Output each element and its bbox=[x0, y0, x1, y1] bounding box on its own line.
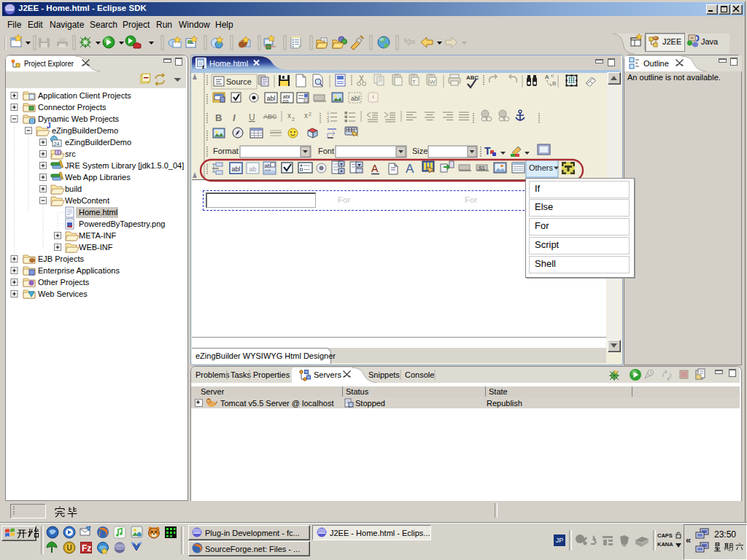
svg-text:Snippets: Snippets bbox=[368, 370, 400, 379]
svg-text:WebContent: WebContent bbox=[65, 196, 109, 205]
svg-text:PoweredByTapestry.png: PoweredByTapestry.png bbox=[79, 219, 165, 228]
svg-text:ABC: ABC bbox=[263, 113, 277, 120]
svg-text:Home.html: Home.html bbox=[79, 208, 117, 217]
svg-text:Home.html: Home.html bbox=[209, 59, 248, 68]
svg-text:abl: abl bbox=[267, 95, 276, 102]
svg-text:eZingBuilderDemo: eZingBuilderDemo bbox=[52, 126, 118, 135]
svg-text:Project Explorer: Project Explorer bbox=[24, 59, 74, 68]
svg-text:J: J bbox=[47, 122, 51, 130]
svg-text:x: x bbox=[287, 112, 291, 120]
svg-text:U: U bbox=[249, 112, 255, 122]
svg-text:Web App Libraries: Web App Libraries bbox=[65, 173, 131, 182]
svg-text:abl: abl bbox=[351, 95, 360, 102]
svg-text:Properties: Properties bbox=[253, 370, 290, 379]
svg-text:build: build bbox=[65, 184, 82, 193]
svg-text:Tasks: Tasks bbox=[231, 370, 252, 379]
svg-text:ABC: ABC bbox=[466, 74, 479, 81]
svg-text:3: 3 bbox=[327, 119, 330, 123]
svg-text:EJB Projects: EJB Projects bbox=[38, 254, 84, 263]
svg-text:Web Services: Web Services bbox=[38, 289, 88, 298]
svg-text:Application Client Projects: Application Client Projects bbox=[38, 91, 131, 100]
svg-text:META-INF: META-INF bbox=[79, 231, 116, 240]
svg-text:Other Projects: Other Projects bbox=[38, 278, 90, 287]
svg-text:x: x bbox=[304, 112, 308, 120]
svg-text:Fz: Fz bbox=[82, 543, 91, 553]
svg-text:Problems: Problems bbox=[196, 370, 230, 379]
svg-text:Console: Console bbox=[405, 370, 434, 379]
svg-text:Font: Font bbox=[318, 147, 334, 155]
svg-text:I: I bbox=[233, 112, 236, 123]
svg-text:eZingBuilderDemo: eZingBuilderDemo bbox=[65, 138, 131, 147]
svg-text:Size: Size bbox=[412, 147, 427, 155]
svg-text:JRE System Library [jdk1.5.0_0: JRE System Library [jdk1.5.0_04] bbox=[65, 161, 184, 170]
svg-text:Format: Format bbox=[213, 147, 239, 155]
svg-text:Source: Source bbox=[226, 77, 252, 86]
svg-text:A: A bbox=[545, 74, 549, 80]
svg-text:W: W bbox=[430, 79, 436, 85]
svg-text:24: 24 bbox=[54, 141, 60, 147]
svg-text:Servers: Servers bbox=[314, 370, 341, 379]
svg-text:T: T bbox=[412, 79, 416, 85]
svg-text:B: B bbox=[215, 112, 222, 123]
svg-text:T: T bbox=[484, 145, 491, 157]
svg-text:src: src bbox=[65, 149, 76, 158]
svg-text:Enterprise Applications: Enterprise Applications bbox=[38, 266, 120, 275]
svg-text:Connector Projects: Connector Projects bbox=[38, 103, 107, 112]
svg-text:B: B bbox=[552, 80, 556, 87]
svg-text:co: co bbox=[283, 98, 289, 104]
svg-text:z: z bbox=[202, 64, 205, 69]
svg-text:WEB-INF: WEB-INF bbox=[79, 243, 113, 252]
svg-text:2: 2 bbox=[292, 117, 295, 122]
svg-text:Outline: Outline bbox=[643, 59, 669, 68]
svg-text:U: U bbox=[67, 544, 72, 552]
svg-text:2: 2 bbox=[309, 112, 311, 117]
